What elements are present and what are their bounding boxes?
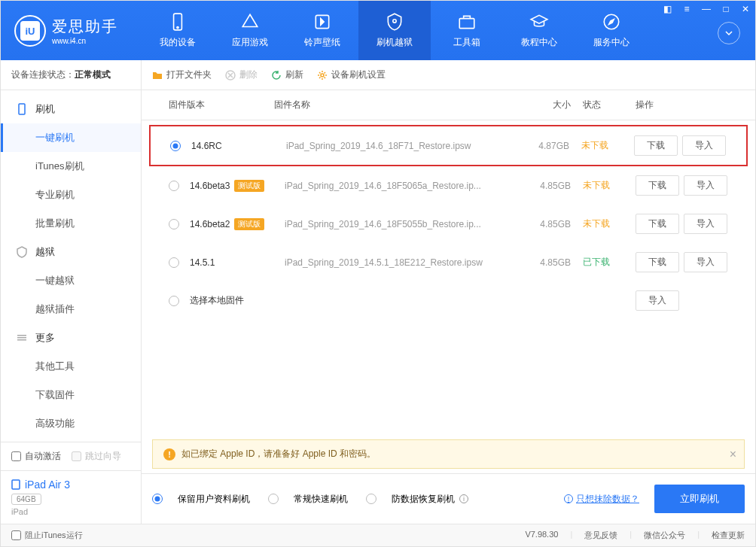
firmware-radio[interactable] [170,141,181,151]
feedback-link[interactable]: 意见反馈 [584,530,617,541]
col-status: 状态 [571,99,623,111]
win-maximize[interactable]: □ [716,1,736,17]
sidebar-item-batch-flash[interactable]: 批量刷机 [1,209,141,238]
more-icon [16,332,28,344]
logo-title: 爱思助手 [52,17,118,37]
download-button[interactable]: 下载 [636,214,679,234]
firmware-status: 未下载 [571,217,623,230]
warning-banner: ! 如已绑定 Apple ID，请准备好 Apple ID 和密码。 × [152,439,745,469]
firmware-version: 14.5.1 [190,257,285,268]
svg-rect-7 [17,335,26,336]
sidebar-item-other-tools[interactable]: 其他工具 [1,352,141,381]
sidebar-item-pro-flash[interactable]: 专业刷机 [1,181,141,209]
firmware-radio[interactable] [169,296,179,306]
col-version: 固件版本 [169,99,274,111]
device-status: 设备连接状态： 正常模式 [1,60,141,90]
beta-badge: 测试版 [234,180,264,192]
firmware-name: iPad_Spring_2019_14.6_18F71_Restore.ipsw [286,141,509,151]
info-icon[interactable]: i [459,494,468,503]
svg-rect-4 [459,19,474,29]
firmware-row-local[interactable]: 选择本地固件导入 [149,281,748,320]
block-itunes-checkbox[interactable]: 阻止iTunes运行 [11,530,83,541]
sidebar-item-advanced[interactable]: 高级功能 [1,409,141,438]
firmware-row[interactable]: 14.6beta3测试版iPad_Spring_2019_14.6_18F506… [149,166,748,205]
chevron-down-icon [724,29,733,38]
nav-flash-jailbreak[interactable]: 刷机越狱 [358,1,431,60]
import-button[interactable]: 导入 [684,214,727,234]
svg-rect-9 [17,339,26,341]
toolbar: 打开文件夹 删除 刷新 设备刷机设置 [142,60,755,90]
svg-point-3 [393,20,396,23]
logo-subtitle: www.i4.cn [52,37,118,45]
device-type: iPad [11,507,130,516]
win-menu[interactable]: ≡ [677,1,697,17]
firmware-status: 已下载 [571,256,623,269]
firmware-row[interactable]: 14.6RCiPad_Spring_2019_14.6_18F71_Restor… [149,125,748,166]
import-button[interactable]: 导入 [684,175,727,196]
nav-tutorials[interactable]: 教程中心 [503,1,575,60]
toolbox-icon [457,12,477,32]
firmware-size: 4.87GB [509,141,569,151]
wechat-link[interactable]: 微信公众号 [644,530,685,541]
folder-icon [152,70,163,81]
firmware-radio[interactable] [169,181,179,191]
close-icon[interactable]: × [730,448,736,461]
sidebar-item-itunes-flash[interactable]: iTunes刷机 [1,152,141,181]
firmware-size: 4.85GB [511,181,571,191]
auto-activate-checkbox[interactable]: 自动激活 [11,450,61,463]
opt-keep-data[interactable]: 保留用户资料刷机 [152,493,250,506]
download-button[interactable]: 下载 [634,135,678,156]
opt-normal-flash[interactable]: 常规快速刷机 [268,493,348,506]
firmware-radio[interactable] [169,257,179,268]
firmware-version: 选择本地固件 [190,294,285,307]
logo: 爱思助手 www.i4.cn [1,15,142,47]
music-icon [312,12,332,32]
beta-badge: 测试版 [234,218,264,230]
tablet-icon [11,479,20,490]
delete-icon [225,70,236,81]
device-capacity: 64GB [11,494,41,505]
refresh-button[interactable]: 刷新 [271,68,303,81]
download-button[interactable]: 下载 [636,252,679,272]
sidebar-item-download-firmware[interactable]: 下载固件 [1,381,141,409]
skip-wizard-checkbox[interactable]: 跳过向导 [72,450,121,463]
firmware-radio[interactable] [169,219,179,229]
firmware-name: iPad_Spring_2019_14.6_18F5065a_Restore.i… [285,181,511,191]
import-button[interactable]: 导入 [684,252,727,272]
delete-button[interactable]: 删除 [225,68,258,81]
sidebar-item-jailbreak-plugins[interactable]: 越狱插件 [1,295,141,324]
settings-button[interactable]: 设备刷机设置 [317,68,386,81]
sidebar-item-oneclick-flash[interactable]: 一键刷机 [1,123,141,152]
nav-toolbox[interactable]: 工具箱 [431,1,503,60]
device-name[interactable]: iPad Air 3 [11,479,130,491]
nav-ringtone-wallpaper[interactable]: 铃声壁纸 [286,1,358,60]
check-update-link[interactable]: 检查更新 [712,530,745,541]
firmware-status: 未下载 [571,179,623,192]
erase-data-link[interactable]: ! 只想抹除数据？ [564,493,639,506]
nav-my-device[interactable]: 我的设备 [142,1,214,60]
win-close[interactable]: ✕ [736,1,755,17]
refresh-icon [271,70,282,81]
header-dropdown[interactable] [718,22,740,44]
firmware-name: iPad_Spring_2019_14.6_18F5055b_Restore.i… [285,219,511,229]
svg-rect-6 [19,104,25,114]
import-button[interactable]: 导入 [682,135,726,156]
logo-icon [14,15,46,47]
firmware-row[interactable]: 14.6beta2测试版iPad_Spring_2019_14.6_18F505… [149,205,748,243]
firmware-version: 14.6RC [191,141,286,151]
import-button[interactable]: 导入 [636,290,679,311]
firmware-row[interactable]: 14.5.1iPad_Spring_2019_14.5.1_18E212_Res… [149,243,748,281]
nav-apps-games[interactable]: 应用游戏 [214,1,286,60]
opt-anti-recovery[interactable]: 防数据恢复刷机i [366,493,468,506]
sidebar-group-jailbreak: 越狱 [1,238,141,266]
win-skin[interactable]: ◧ [657,1,677,17]
flash-now-button[interactable]: 立即刷机 [654,485,745,513]
download-button[interactable]: 下载 [636,175,679,196]
compass-icon [602,12,621,32]
window-controls: ◧ ≡ — □ ✕ [657,1,755,17]
firmware-version: 14.6beta3测试版 [190,180,285,192]
open-folder-button[interactable]: 打开文件夹 [152,68,212,81]
nav-service[interactable]: 服务中心 [575,1,648,60]
win-minimize[interactable]: — [697,1,716,17]
sidebar-item-oneclick-jailbreak[interactable]: 一键越狱 [1,266,141,295]
